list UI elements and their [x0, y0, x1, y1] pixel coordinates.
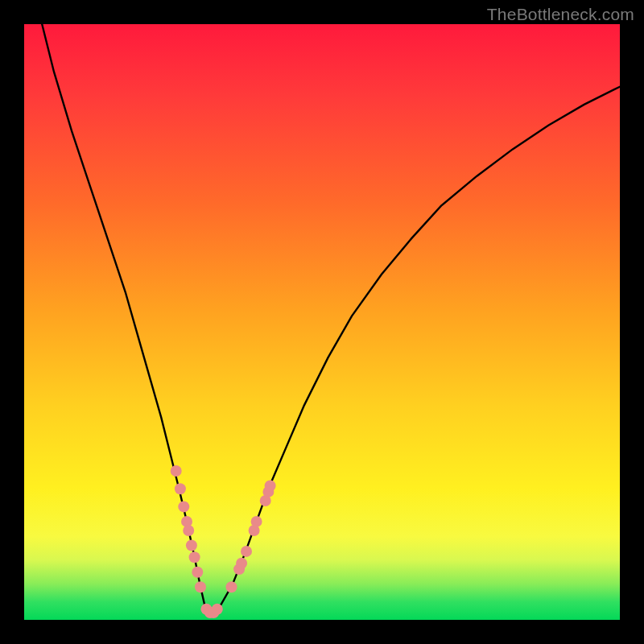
highlight-point: [186, 540, 197, 551]
highlight-point: [212, 604, 223, 615]
highlight-point: [183, 525, 194, 536]
outer-frame: TheBottleneck.com: [0, 0, 644, 644]
highlight-point: [192, 567, 203, 578]
highlight-point: [171, 465, 182, 477]
highlight-point: [189, 551, 200, 563]
watermark-text: TheBottleneck.com: [487, 5, 634, 24]
highlight-point: [241, 546, 252, 557]
highlight-point: [226, 581, 237, 592]
plot-area: [24, 24, 620, 620]
bottleneck-curve: [42, 24, 620, 614]
highlight-points: [171, 465, 276, 618]
highlight-point: [265, 481, 276, 492]
highlight-point: [175, 483, 186, 494]
highlight-point: [251, 516, 262, 527]
highlight-point: [195, 581, 206, 592]
highlight-point: [178, 501, 189, 512]
highlight-point: [236, 558, 247, 569]
chart-overlay: [24, 24, 620, 620]
